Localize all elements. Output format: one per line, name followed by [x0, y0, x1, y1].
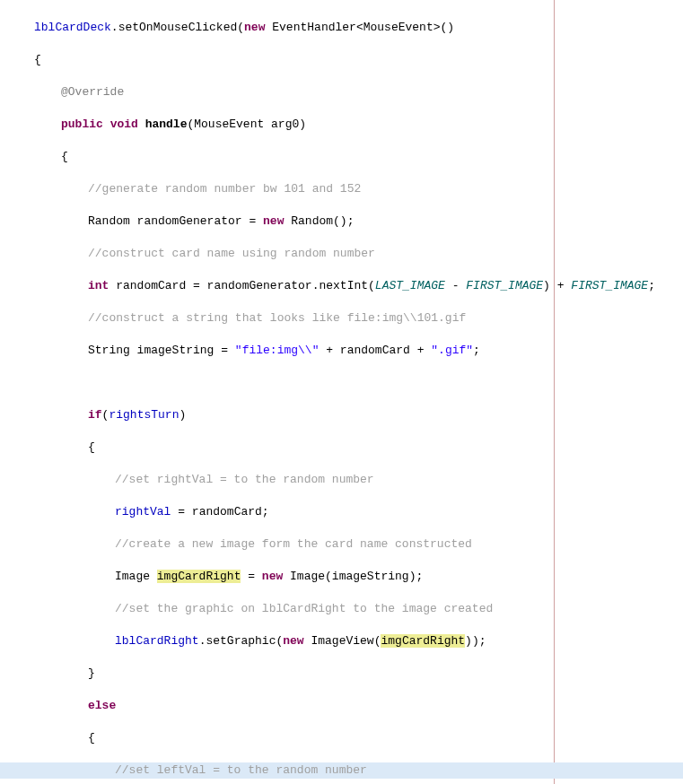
code-line: } — [0, 666, 683, 682]
code-line: String imageString = "file:img\\" + rand… — [0, 343, 683, 359]
code-line: { — [0, 149, 683, 165]
comment-line: //construct card name using random numbe… — [0, 246, 683, 262]
code-line: { — [0, 440, 683, 456]
code-line: @Override — [0, 84, 683, 100]
code-line: if(rightsTurn) — [0, 407, 683, 423]
code-line: rightVal = randomCard; — [0, 504, 683, 520]
code-line: lblCardDeck.setOnMouseClicked(new EventH… — [0, 20, 683, 36]
comment-line: //construct a string that looks like fil… — [0, 310, 683, 327]
code-line: { — [0, 52, 683, 68]
blank-line — [0, 375, 683, 391]
code-line: else — [0, 698, 683, 714]
comment-line: //set the graphic on lblCardRight to the… — [0, 601, 683, 617]
code-line: int randomCard = randomGenerator.nextInt… — [0, 278, 683, 294]
current-line: //set leftVal = to the random number — [0, 762, 683, 779]
code-line: lblCardRight.setGraphic(new ImageView(im… — [0, 633, 683, 649]
code-line: public void handle(MouseEvent arg0) — [0, 117, 683, 133]
comment-line: //generate random number bw 101 and 152 — [0, 181, 683, 197]
code-line: Image imgCardRight = new Image(imageStri… — [0, 569, 683, 585]
code-line: Random randomGenerator = new Random(); — [0, 213, 683, 230]
code-area: lblCardDeck.setOnMouseClicked(new EventH… — [0, 0, 683, 784]
code-line: { — [0, 730, 683, 746]
comment-line: //create a new image form the card name … — [0, 536, 683, 553]
comment-line: //set rightVal = to the random number — [0, 472, 683, 488]
